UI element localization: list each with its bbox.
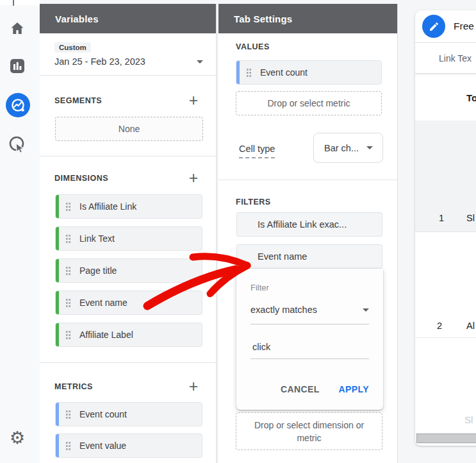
dimension-chip[interactable]: Affiliate Label (55, 323, 202, 347)
divider (40, 156, 216, 156)
date-badge: Custom (54, 42, 91, 53)
variables-header: Variables (40, 4, 216, 33)
add-segment-button[interactable]: + (186, 92, 201, 108)
match-type-select[interactable]: exactly matches (250, 305, 369, 324)
drag-handle-icon[interactable] (65, 234, 71, 244)
filter-chip-label: Event name (258, 251, 307, 262)
scrollbar-thumb[interactable] (416, 434, 476, 443)
row-cell: Sl (466, 213, 475, 223)
chip-label: Event value (79, 441, 126, 451)
drag-handle-icon[interactable] (65, 202, 71, 212)
dimension-color-bar (56, 291, 59, 314)
filter-chip-active[interactable]: Event name (236, 244, 382, 269)
cell-type-value: Bar ch... (324, 143, 359, 153)
segments-empty-drop-zone[interactable]: None (55, 117, 203, 141)
dimension-chip[interactable]: Link Text (55, 226, 202, 251)
cancel-button[interactable]: CANCEL (281, 384, 320, 394)
chip-label: Event count (79, 409, 127, 419)
report-tab[interactable]: Free (415, 10, 476, 43)
metric-color-bar (236, 61, 240, 84)
chip-label: Page title (79, 265, 117, 276)
chip-label: Affiliate Label (79, 330, 133, 340)
chip-label: Link Text (79, 233, 115, 244)
reports-icon[interactable] (9, 58, 26, 74)
explore-icon[interactable] (6, 93, 30, 117)
chevron-down-icon (197, 60, 203, 63)
metric-color-bar (56, 403, 59, 426)
add-metric-button[interactable]: + (186, 378, 201, 394)
dimension-chip[interactable]: Is Affiliate Link (55, 194, 202, 219)
variables-title: Variables (55, 13, 99, 24)
report-card: Free Link Tex To 1 Sl 2 Al Sl (415, 10, 476, 446)
footer-faint-cell: Sl (464, 414, 473, 425)
drag-handle-icon[interactable] (65, 266, 71, 276)
dimension-color-bar (56, 227, 59, 250)
drag-handle-icon[interactable] (65, 410, 71, 419)
edit-icon[interactable] (422, 15, 445, 38)
segments-label: SEGMENTS (54, 96, 102, 105)
filter-value-field (250, 338, 369, 359)
drag-handle-icon[interactable] (65, 330, 71, 340)
divider (40, 75, 216, 76)
dimensions-label: DIMENSIONS (54, 174, 108, 183)
dimension-chip[interactable]: Event name (55, 290, 202, 315)
settings-gear-icon[interactable]: ⚙ (8, 428, 26, 448)
drag-handle-icon[interactable] (65, 298, 71, 308)
totals-row: To (415, 74, 476, 121)
chevron-down-icon (366, 146, 373, 149)
cell-type-select[interactable]: Bar ch... (313, 133, 383, 163)
tab-settings-header: Tab Settings (218, 4, 397, 33)
filter-editor-popup: Filter exactly matches CANCEL APPLY (236, 269, 383, 410)
apply-button[interactable]: APPLY (339, 384, 369, 394)
metric-chip[interactable]: Event value (55, 434, 202, 458)
filter-chip-label: Is Affiliate Link exac... (258, 219, 347, 230)
dimension-color-bar (56, 259, 59, 282)
chip-label: Event name (79, 298, 127, 308)
chevron-down-icon (363, 308, 369, 312)
row-index: 2 (437, 321, 442, 331)
chip-label: Event count (260, 67, 308, 78)
variables-panel: Variables Custom Jan 25 - Feb 23, 2023 S… (40, 4, 217, 463)
divider (40, 362, 216, 363)
dimension-chip[interactable]: Page title (55, 258, 202, 283)
advertising-icon[interactable] (7, 135, 28, 155)
add-dimension-button[interactable]: + (186, 170, 201, 185)
row-cell: Al (466, 321, 475, 331)
home-icon[interactable] (9, 20, 26, 37)
table-row[interactable]: 1 Sl (415, 121, 476, 232)
divider (218, 180, 397, 180)
filter-value-input[interactable] (250, 338, 368, 358)
top-notch (0, 0, 40, 5)
value-chip[interactable]: Event count (236, 60, 382, 85)
app-sidebar: ⚙ (0, 0, 40, 463)
tab-settings-panel: Tab Settings VALUES Event count Drop or … (218, 4, 398, 463)
horizontal-scrollbar[interactable] (415, 433, 476, 444)
dimension-color-bar (56, 323, 59, 346)
date-range-value: Jan 25 - Feb 23, 2023 (54, 56, 197, 67)
filter-label: Filter (250, 283, 269, 292)
drop-dimension-zone[interactable]: Drop or select dimension or metric (236, 412, 382, 450)
report-tab-label: Free (454, 21, 474, 32)
metric-chip[interactable]: Event count (55, 402, 202, 426)
table-header-row: Link Tex (415, 43, 476, 74)
cell-type-label[interactable]: Cell type (239, 144, 275, 158)
totals-cell: To (466, 92, 476, 103)
metric-color-bar (56, 434, 59, 457)
values-label: VALUES (236, 42, 270, 51)
date-range-selector[interactable]: Jan 25 - Feb 23, 2023 (54, 56, 203, 67)
dimension-color-bar (56, 195, 59, 218)
table-row[interactable]: 2 Al (415, 232, 476, 338)
tab-settings-title: Tab Settings (234, 13, 292, 24)
drop-metric-zone[interactable]: Drop or select metric (236, 91, 382, 115)
drag-handle-icon[interactable] (246, 68, 252, 78)
drag-handle-icon[interactable] (65, 441, 71, 451)
match-type-value: exactly matches (250, 305, 363, 315)
metrics-label: METRICS (54, 382, 93, 391)
top-tick-mark (13, 0, 14, 6)
row-index: 1 (439, 213, 444, 223)
chip-label: Is Affiliate Link (79, 201, 136, 212)
filter-chip[interactable]: Is Affiliate Link exac... (236, 212, 382, 237)
filters-label: FILTERS (236, 198, 271, 206)
column-header[interactable]: Link Tex (439, 53, 472, 63)
